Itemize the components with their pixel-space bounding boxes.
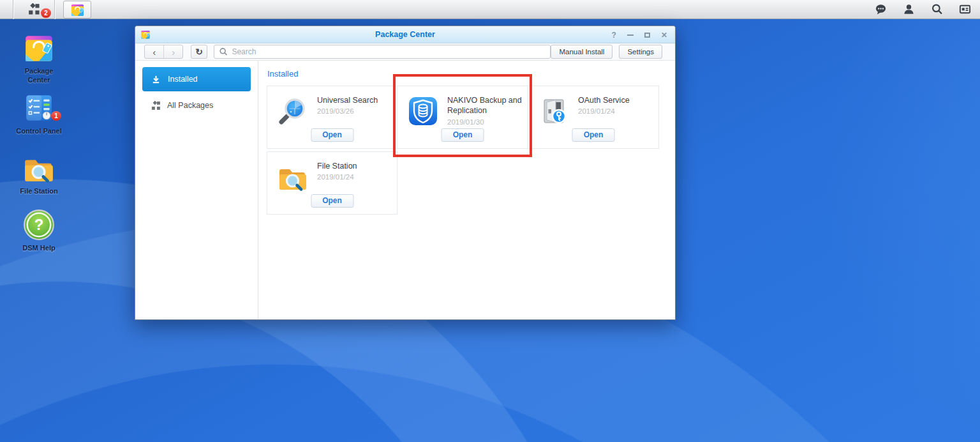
package-card-universal-search: Universal Search 2019/03/26 Open	[267, 86, 397, 149]
desktop-icon-file-station[interactable]: File Station	[8, 152, 70, 196]
desktop-icon-label: Control Panel	[16, 127, 62, 136]
window-body: Installed All Packages Installed	[135, 61, 675, 319]
forward-button[interactable]: ›	[163, 45, 182, 58]
sidebar-item-label: Installed	[168, 75, 198, 84]
sidebar: Installed All Packages	[135, 61, 258, 319]
open-button[interactable]: Open	[442, 128, 484, 142]
desktop-icon-dsm-help[interactable]: DSM Help	[8, 209, 70, 253]
package-date: 2019/01/24	[317, 173, 392, 181]
oauth-icon	[538, 96, 569, 126]
package-date: 2019/01/30	[447, 118, 523, 126]
search-input[interactable]	[232, 47, 546, 56]
sidebar-item-installed[interactable]: Installed	[142, 67, 251, 91]
desktop-icon-label: File Station	[20, 187, 57, 196]
desktop: 2 Package Center 1 Control Panel	[0, 0, 980, 442]
desktop-icon-control-panel[interactable]: 1 Control Panel	[8, 92, 70, 136]
sidebar-item-all-packages[interactable]: All Packages	[135, 95, 258, 116]
taskbar-app-package-center[interactable]	[63, 1, 91, 19]
package-name: File Station	[317, 161, 392, 171]
package-center-window: Package Center ? ✕ ‹ › ↻ Manual Install …	[135, 26, 676, 320]
back-button[interactable]: ‹	[145, 45, 163, 58]
package-name: OAuth Service	[578, 95, 653, 105]
minimize-icon[interactable]	[627, 34, 634, 36]
widgets-icon[interactable]	[958, 3, 971, 16]
user-icon[interactable]	[902, 3, 915, 16]
window-controls: ? ✕	[612, 26, 667, 43]
package-name: NAKIVO Backup and Replication	[447, 95, 523, 116]
control-panel-icon	[23, 92, 55, 124]
search-icon	[219, 47, 228, 56]
package-center-icon	[23, 32, 55, 64]
notification-badge: 1	[51, 111, 61, 121]
package-date: 2019/03/26	[317, 107, 392, 115]
manual-install-button[interactable]: Manual Install	[551, 45, 612, 59]
package-date: 2019/01/24	[578, 107, 653, 115]
dsm-help-icon	[23, 209, 55, 241]
package-center-icon	[70, 3, 85, 17]
desktop-icon-label: DSM Help	[22, 244, 55, 253]
taskbar: 2	[0, 0, 980, 19]
package-card-nakivo: NAKIVO Backup and Replication 2019/01/30…	[397, 86, 528, 149]
taskbar-right-icons	[874, 3, 980, 16]
package-name: Universal Search	[317, 95, 392, 105]
sidebar-item-label: All Packages	[167, 101, 213, 110]
packages-grid-icon	[151, 101, 161, 111]
window-titlebar[interactable]: Package Center ? ✕	[135, 26, 675, 43]
main-menu-grid-icon	[28, 3, 40, 15]
search-box	[214, 45, 551, 59]
open-button[interactable]: Open	[311, 194, 353, 208]
download-icon	[151, 75, 161, 84]
main-menu-button[interactable]: 2	[13, 0, 54, 19]
refresh-button[interactable]: ↻	[191, 45, 208, 59]
settings-button[interactable]: Settings	[619, 45, 662, 59]
package-card-oauth-service: OAuth Service 2019/01/24 Open	[528, 86, 659, 149]
open-button[interactable]: Open	[311, 128, 353, 142]
close-icon[interactable]: ✕	[661, 31, 667, 39]
desktop-icon-label: Package Center	[18, 67, 60, 85]
file-station-icon	[278, 162, 308, 192]
chat-icon[interactable]	[874, 3, 887, 16]
window-toolbar: ‹ › ↻ Manual Install Settings	[135, 43, 675, 61]
taskbar-divider	[54, 0, 55, 19]
universal-search-icon	[278, 96, 308, 126]
package-card-file-station: File Station 2019/01/24 Open	[267, 151, 397, 215]
file-station-icon	[23, 152, 55, 184]
maximize-icon[interactable]	[644, 33, 650, 38]
nav-button-group: ‹ ›	[144, 45, 183, 59]
open-button[interactable]: Open	[572, 128, 615, 142]
window-title: Package Center	[135, 30, 675, 39]
section-title: Installed	[267, 69, 667, 79]
search-icon[interactable]	[930, 3, 943, 16]
package-grid: Universal Search 2019/03/26 Open NAKIVO …	[267, 86, 667, 215]
notification-badge: 2	[41, 8, 51, 18]
help-icon[interactable]: ?	[612, 31, 616, 39]
nakivo-icon	[408, 96, 438, 126]
main-content: Installed Universal Search 2019/03/26 Op…	[258, 61, 675, 319]
desktop-icon-package-center[interactable]: Package Center	[8, 32, 70, 85]
